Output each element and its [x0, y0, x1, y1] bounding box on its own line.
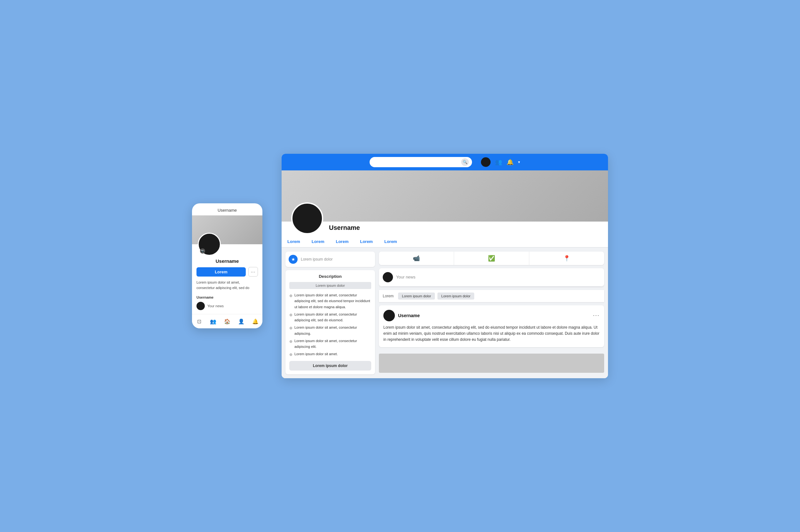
right-column: 📹 ✅ 📍 Your news Lorem Lorem ipsum dolor	[379, 252, 604, 375]
phone-nav-notifications-icon[interactable]: 🔔	[252, 318, 259, 325]
profile-tab-0[interactable]: Lorem	[281, 236, 306, 248]
phone-username-title: Username	[218, 208, 237, 213]
search-button[interactable]: 🔍	[461, 158, 469, 166]
profile-tab-4[interactable]: Lorem	[379, 236, 403, 248]
profile-username: Username	[329, 224, 360, 231]
search-bar: 🔍	[369, 157, 472, 167]
profile-cover-photo	[281, 170, 608, 222]
phone-avatar: 📷	[198, 233, 221, 256]
news-divider	[383, 286, 600, 287]
media-tab-video[interactable]: 📹	[379, 252, 454, 265]
camera-icon[interactable]: 📷	[200, 248, 205, 253]
description-card: Description Lorem ipsum dolor Lorem ipsu…	[286, 270, 375, 375]
phone-nav-groups-icon[interactable]: 👤	[237, 318, 245, 325]
list-item: Lorem ipsum dolor sit amet, consectetur …	[289, 311, 371, 323]
profile-tab-1[interactable]: Lorem	[306, 236, 330, 248]
profile-tab-2[interactable]: Lorem	[330, 236, 354, 248]
media-tab-location[interactable]: 📍	[529, 252, 604, 265]
topbar-chevron-icon[interactable]: ▾	[518, 160, 520, 164]
news-input-box: Your news	[379, 268, 604, 286]
post-card-body: Lorem ipsum dolor sit amet, consectetur …	[383, 324, 600, 343]
filter-label: Lorem	[383, 294, 394, 298]
phone-your-news: Your news	[207, 304, 224, 308]
post-card-header: Username ···	[383, 310, 600, 321]
phone-news-row: Your news	[192, 301, 262, 314]
phone-nav-friends-icon[interactable]: 👥	[209, 318, 217, 325]
topbar-user-avatar[interactable]	[481, 157, 491, 167]
gray-placeholder	[379, 354, 604, 373]
phone-nav-active-icon[interactable]: 🏠	[223, 318, 231, 325]
description-button-wrap: Lorem ipsum dolor	[289, 361, 371, 370]
post-card-user: Username	[383, 310, 420, 321]
search-input[interactable]	[373, 160, 461, 164]
phone-more-button[interactable]: ···	[248, 267, 258, 277]
browser-topbar: 🔍 👥 🔔 ▾	[281, 154, 608, 170]
filter-btn-2[interactable]: Lorem ipsum dolor	[437, 292, 474, 300]
description-title: Description	[289, 274, 371, 279]
profile-avatar	[291, 202, 323, 234]
news-box-container: Your news	[379, 268, 604, 287]
topbar-notifications-icon[interactable]: 🔔	[507, 158, 514, 166]
profile-content: ★ Lorem ipsum dolor Description Lorem ip…	[281, 248, 608, 379]
profile-tabs: Lorem Lorem Lorem Lorem Lorem	[281, 236, 608, 248]
phone-nav-home-icon[interactable]: ⊡	[195, 318, 203, 325]
post-placeholder[interactable]: Lorem ipsum dolor	[301, 257, 332, 262]
desktop-browser: 🔍 👥 🔔 ▾ Username Lorem Lorem Lor	[281, 154, 608, 379]
profile-tab-3[interactable]: Lorem	[354, 236, 379, 248]
media-tab-image[interactable]: ✅	[454, 252, 529, 265]
post-box: ★ Lorem ipsum dolor	[286, 252, 375, 267]
phone-news-avatar	[197, 302, 205, 310]
post-options-button[interactable]: ···	[593, 312, 600, 319]
post-card: Username ··· Lorem ipsum dolor sit amet,…	[379, 305, 604, 347]
description-subtitle: Lorem ipsum dolor	[289, 282, 371, 289]
list-item: Lorem ipsum dolor sit amet, consectetur …	[289, 292, 371, 310]
description-list: Lorem ipsum dolor sit amet, consectetur …	[289, 292, 371, 358]
profile-avatar-wrap	[291, 202, 323, 234]
your-news-input[interactable]: Your news	[396, 274, 600, 280]
news-avatar	[383, 272, 393, 282]
phone-add-button[interactable]: Lorem	[197, 267, 246, 277]
list-item: Lorem ipsum dolor sit amet, consectetur …	[289, 324, 371, 336]
post-card-username: Username	[398, 313, 420, 318]
phone-avatar-section: 📷	[192, 233, 262, 256]
filter-btn-1[interactable]: Lorem ipsum dolor	[398, 292, 435, 300]
phone-bio: Lorem ipsum dolor sit amet, consectetur …	[192, 280, 262, 293]
description-button[interactable]: Lorem ipsum dolor	[289, 361, 371, 370]
phone-bottom-nav: ⊡ 👥 🏠 👤 🔔	[192, 314, 262, 328]
left-column: ★ Lorem ipsum dolor Description Lorem ip…	[286, 252, 375, 375]
topbar-right-icons: 👥 🔔 ▾	[481, 157, 520, 167]
profile-name-row: Username	[281, 222, 608, 236]
phone-action-row: Lorem ···	[192, 267, 262, 277]
phone-user-label: Username	[192, 293, 262, 301]
post-card-avatar	[383, 310, 395, 321]
topbar-friends-icon[interactable]: 👥	[495, 158, 502, 166]
list-item: Lorem ipsum dolor sit amet, consectetur …	[289, 338, 371, 350]
media-tabs: 📹 ✅ 📍	[379, 252, 604, 265]
filter-row: Lorem Lorem ipsum dolor Lorem ipsum dolo…	[379, 290, 604, 302]
mobile-phone: Username 📷 Username Lorem ··· Lorem ipsu…	[192, 203, 262, 328]
phone-profile-name: Username	[192, 258, 262, 264]
phone-header: Username	[192, 203, 262, 215]
list-item: Lorem ipsum dolor sit amet.	[289, 351, 371, 358]
post-star-icon: ★	[289, 255, 297, 264]
